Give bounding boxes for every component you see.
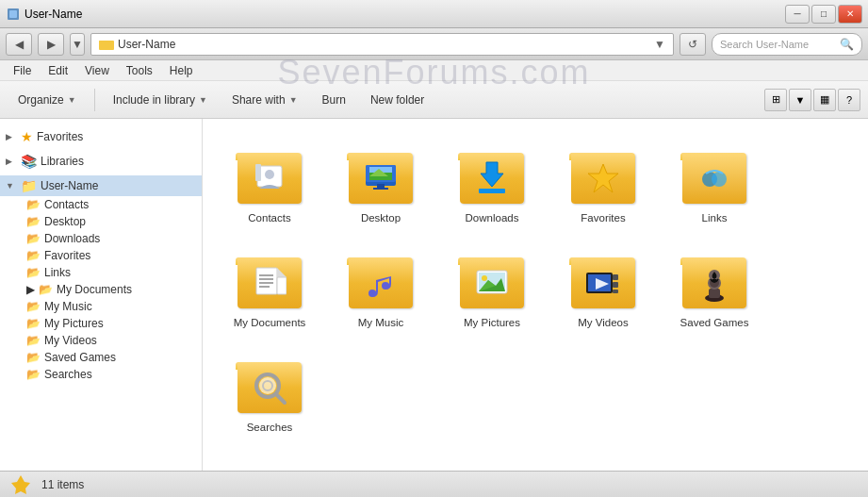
username-label: User-Name: [41, 179, 98, 192]
myvideos-label: My Videos: [578, 316, 628, 330]
organize-button[interactable]: Organize ▼: [8, 87, 87, 113]
file-item-links[interactable]: Links: [663, 134, 766, 231]
username-folder-icon: 📁: [21, 178, 37, 193]
svg-rect-36: [613, 290, 618, 293]
sidebar-item-downloads[interactable]: 📂 Downloads: [0, 230, 202, 247]
searches-folder-icon: 📂: [26, 368, 41, 381]
searches-label: Searches: [247, 421, 293, 435]
sidebar-item-myvideos[interactable]: 📂 My Videos: [0, 332, 202, 349]
menu-tools[interactable]: Tools: [119, 62, 160, 79]
favorites-icon: [569, 140, 637, 207]
sidebar-item-savedgames[interactable]: 📂 Saved Games: [0, 349, 202, 366]
include-in-library-button[interactable]: Include in library ▼: [103, 87, 218, 113]
window-icon: [6, 7, 21, 22]
mypictures-icon: [458, 244, 526, 312]
close-button[interactable]: ✕: [838, 5, 862, 24]
sidebar-item-contacts[interactable]: 📂 Contacts: [0, 196, 202, 213]
forward-button[interactable]: ▶: [38, 33, 64, 56]
maximize-button[interactable]: □: [811, 5, 836, 24]
svg-rect-3: [99, 41, 106, 43]
svg-marker-14: [481, 162, 503, 187]
toolbar-separator-1: [94, 89, 95, 111]
svg-rect-12: [377, 184, 385, 188]
savedgames-folder-icon: 📂: [26, 351, 41, 364]
sidebar-item-mypictures[interactable]: 📂 My Pictures: [0, 315, 202, 332]
sidebar-libraries-header[interactable]: ▶ 📚 Libraries: [0, 151, 202, 172]
libraries-icon: 📚: [21, 154, 37, 169]
mymusic-icon: [347, 244, 415, 312]
file-area: Contacts: [203, 119, 868, 471]
sidebar-item-desktop[interactable]: 📂 Desktop: [0, 213, 202, 230]
file-item-contacts[interactable]: Contacts: [218, 134, 321, 231]
favorites-star-icon: ★: [21, 129, 33, 144]
file-item-savedgames[interactable]: Saved Games: [663, 239, 766, 336]
search-placeholder: Search User-Name: [720, 39, 809, 50]
menu-edit[interactable]: Edit: [41, 62, 75, 79]
file-item-myvideos[interactable]: My Videos: [551, 239, 655, 336]
file-item-favorites[interactable]: Favorites: [551, 134, 655, 231]
share-with-button[interactable]: Share with ▼: [221, 87, 308, 113]
svg-rect-15: [479, 189, 505, 193]
status-count: 11 items: [41, 478, 84, 491]
mydoc-folder-icon: 📂: [39, 283, 53, 296]
search-box[interactable]: Search User-Name 🔍: [712, 33, 862, 56]
myvideos-icon: [569, 244, 637, 312]
desktop-label: Desktop: [361, 211, 401, 225]
links-label: Links: [702, 211, 728, 225]
file-item-desktop[interactable]: Desktop: [329, 134, 433, 231]
new-folder-button[interactable]: New folder: [360, 87, 434, 113]
contacts-folder-icon: 📂: [26, 198, 41, 211]
preview-pane-button[interactable]: ▦: [813, 89, 836, 111]
mymusic-folder-icon: 📂: [26, 300, 41, 313]
file-item-mymusic[interactable]: My Music: [329, 239, 433, 336]
file-item-mypictures[interactable]: My Pictures: [440, 239, 544, 336]
sidebar-username-header[interactable]: ▼ 📁 User-Name: [0, 175, 202, 196]
sidebar-item-favorites[interactable]: 📂 Favorites: [0, 247, 202, 264]
menu-help[interactable]: Help: [162, 62, 201, 79]
svg-point-5: [265, 170, 274, 179]
change-view-button[interactable]: ⊞: [764, 89, 787, 111]
minimize-button[interactable]: ─: [785, 5, 810, 24]
mydoc-expand-icon: ▶: [26, 283, 35, 296]
menu-bar: File Edit View Tools Help: [0, 60, 868, 81]
help-button[interactable]: ?: [838, 89, 860, 111]
burn-button[interactable]: Burn: [312, 87, 356, 113]
refresh-button[interactable]: ↺: [680, 33, 706, 56]
fav-folder-icon: 📂: [26, 249, 41, 262]
svg-rect-34: [613, 274, 618, 280]
favorites-expand-icon: ▶: [6, 132, 17, 141]
menu-view[interactable]: View: [77, 62, 117, 79]
svg-rect-42: [712, 279, 716, 282]
menu-file[interactable]: File: [6, 62, 39, 79]
file-item-searches[interactable]: Searches: [218, 343, 321, 440]
sidebar-item-mydocuments[interactable]: ▶ 📂 My Documents: [0, 281, 202, 298]
links-icon: [680, 140, 748, 207]
sidebar-section-libraries: ▶ 📚 Libraries: [0, 151, 202, 172]
sidebar-item-searches[interactable]: 📂 Searches: [0, 366, 202, 383]
sidebar: ▶ ★ Favorites ▶ 📚 Libraries ▼ 📁 User-Nam…: [0, 119, 203, 471]
view-dropdown-button[interactable]: ▼: [789, 89, 811, 111]
svg-rect-21: [277, 277, 287, 294]
folder-address-icon: [99, 37, 114, 52]
mydocuments-icon: [236, 244, 303, 312]
libraries-expand-icon: ▶: [6, 157, 17, 166]
address-dropdown-icon[interactable]: ▼: [654, 38, 665, 51]
include-library-arrow: ▼: [199, 95, 207, 105]
share-arrow: ▼: [289, 95, 298, 105]
back-button[interactable]: ◀: [6, 33, 32, 56]
main-content: ▶ ★ Favorites ▶ 📚 Libraries ▼ 📁 User-Nam…: [0, 119, 868, 471]
file-item-downloads[interactable]: Downloads: [440, 134, 544, 231]
title-bar: User-Name ─ □ ✕: [0, 0, 868, 28]
address-box[interactable]: User-Name ▼: [90, 33, 674, 56]
recent-locations-button[interactable]: ▼: [70, 33, 85, 56]
address-path: User-Name: [118, 38, 175, 51]
window-controls: ─ □ ✕: [785, 5, 862, 24]
mypictures-label: My Pictures: [464, 316, 520, 330]
svg-rect-19: [256, 268, 277, 294]
sidebar-item-mymusic[interactable]: 📂 My Music: [0, 298, 202, 315]
sidebar-favorites-header[interactable]: ▶ ★ Favorites: [0, 126, 202, 147]
mydocuments-label: My Documents: [234, 316, 306, 330]
svg-rect-35: [613, 282, 618, 288]
sidebar-item-links[interactable]: 📂 Links: [0, 264, 202, 281]
file-item-mydocuments[interactable]: My Documents: [218, 239, 321, 336]
